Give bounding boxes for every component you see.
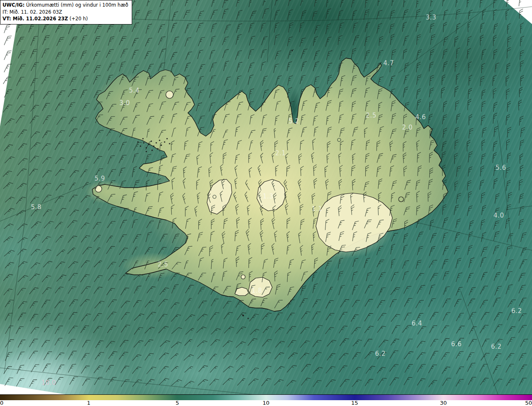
legend-line-3: VT: Mið. 11.02.2026 23Z (+20 h) bbox=[2, 15, 128, 22]
weather-map-screenshot: 3.34.75.43.02.54.65.22.02.15.65.91.31.15… bbox=[0, 0, 532, 406]
colorbar-tick: 5 bbox=[176, 400, 179, 406]
legend-line-1: UWC/IG: Úrkomumætti (mm) og vindur i 100… bbox=[2, 2, 128, 9]
colorbar-gradient bbox=[0, 394, 532, 400]
init-time: IT: Mið. 11. 02. 2026 03Z bbox=[2, 9, 62, 15]
colorbar-tick: 10 bbox=[263, 400, 270, 406]
precipitation-colorbar: 01510153050 bbox=[0, 394, 532, 406]
valid-time: VT: Mið. 11.02.2026 23Z bbox=[2, 16, 68, 22]
wind-barbs bbox=[3, 0, 528, 387]
colorbar-tick: 15 bbox=[351, 400, 358, 406]
map-legend-box: UWC/IG: Úrkomumætti (mm) og vindur i 100… bbox=[0, 0, 132, 24]
colorbar-tick: 1 bbox=[87, 400, 90, 406]
wind-barbs-layer bbox=[0, 0, 532, 394]
lead-time: (+20 h) bbox=[68, 16, 88, 22]
product-id: UWC/IG: bbox=[2, 2, 25, 8]
legend-line-2: IT: Mið. 11. 02. 2026 03Z bbox=[2, 9, 128, 16]
colorbar-tick: 0 bbox=[0, 400, 3, 406]
colorbar-tick: 30 bbox=[440, 400, 447, 406]
product-title: Úrkomumætti (mm) og vindur i 100m hæð bbox=[25, 2, 128, 8]
colorbar-tick: 50 bbox=[525, 400, 532, 406]
